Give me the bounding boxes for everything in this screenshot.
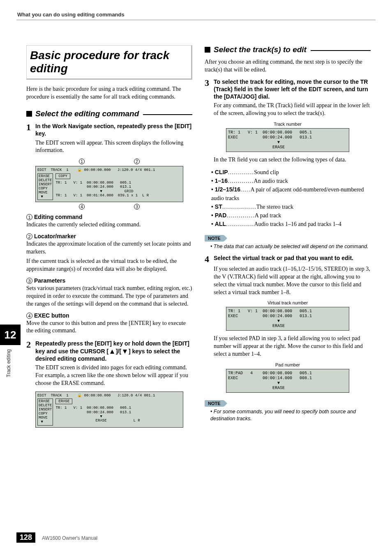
step-4: 4 Select the virtual track or pad that y…: [205, 254, 371, 264]
list-item: CLIP.............Sound clip: [211, 168, 371, 177]
step-number: 1: [26, 123, 35, 132]
legend-1-body: Indicates the currently selected editing…: [26, 221, 192, 229]
lcd-title: EDIT TRACK 1 🔒 00:00:00.000 J:120.0 4/4 …: [37, 394, 181, 398]
legend-2-body2: If the current track is selected as the …: [26, 258, 192, 273]
header-rule: [16, 20, 376, 20]
step-body: The EDIT screen will appear. This screen…: [35, 139, 192, 155]
running-header: What you can do using editing commands: [17, 12, 125, 18]
step-title: In the Work Navigate section, repeatedly…: [35, 122, 192, 137]
intro-paragraph: Here is the basic procedure for using a …: [26, 85, 192, 101]
footer-text: AW1600 Owner's Manual: [42, 535, 97, 541]
chapter-number-tab: 12: [0, 325, 21, 345]
callout-4-icon: 4: [79, 204, 85, 210]
intro2: After you choose an editing command, the…: [205, 58, 371, 74]
fig5-caption: Pad number: [205, 362, 371, 367]
chapter-label: Track editing: [6, 349, 12, 377]
rule-line: [311, 50, 371, 51]
callout-2-icon: 2: [134, 159, 140, 164]
step-title: To select the track for editing, move th…: [214, 78, 371, 101]
list-item: PAD..............A pad track: [211, 211, 371, 220]
lcd-command: ERASE: [55, 398, 72, 404]
list-item: 1/2–15/16.....A pair of adjacent odd-num…: [211, 185, 371, 203]
step-body: If you selected an audio track (1–16,1/2…: [214, 265, 371, 297]
after-fig3: In the TR field you can select the follo…: [214, 156, 371, 164]
step-3: 3 To select the track for editing, move …: [205, 78, 371, 101]
figure1-lcd: EDIT TRACK 1 🔒 00:00:00.000 J:120.0 4/4 …: [35, 166, 183, 202]
step-2: 2 Repeatedly press the [EDIT] key or hol…: [26, 340, 192, 362]
figure3-lcd: TR: 1 V: 1 00:00:08.000 005.1 EXEC 00:00…: [226, 128, 349, 152]
lcd-command: COPY: [55, 173, 70, 179]
legend-4: 4EXEC button: [26, 312, 192, 319]
list-item: ST.................The stereo track: [211, 203, 371, 211]
left-column: Basic procedure for track editing Here i…: [26, 45, 192, 429]
lcd-menu: ERASE DELETE INSERT COPY MOVE ▼: [37, 173, 53, 200]
figure1-top-callouts: 1 2: [26, 159, 192, 164]
step-title: Repeatedly press the [EDIT] key or hold …: [35, 340, 192, 362]
step-body: For any command, the TR (Track) field wi…: [214, 102, 371, 117]
cursor-up-icon: [110, 350, 114, 354]
callout-3-icon: 3: [134, 204, 140, 210]
step-number: 4: [205, 255, 214, 264]
lcd-params: TR: 1 V: 1 00:00:08.000 005.1 00:00:24.0…: [55, 181, 181, 198]
lcd-params: TR: 1 V: 1 00:00:08.000 005.1 00:00:24.0…: [55, 406, 181, 423]
step-body: The EDIT screen is divided into pages fo…: [35, 364, 192, 387]
figure5-lcd: TR:PAD 4 00:00:08.000 005.1 EXEC 00:00:1…: [226, 369, 349, 393]
note-body: • For some commands, you will need to sp…: [210, 408, 371, 422]
lcd-title: EDIT TRACK 1 🔒 00:00:00.000 J:120.0 4/4 …: [37, 168, 181, 173]
legend-3: 3Parameters: [26, 277, 192, 284]
subheading-text: Select the editing command: [35, 109, 139, 118]
list-item: 1–16.............An audio track: [211, 177, 371, 185]
footer: 128 AW1600 Owner's Manual: [16, 532, 97, 543]
step-title: Select the virtual track or pad that you…: [214, 254, 353, 262]
legend-1: 1Editing command: [26, 214, 192, 220]
after-fig4: If you selected PAD in step 3, a field a…: [214, 335, 371, 358]
legend-2: 2Locator/marker: [26, 233, 192, 240]
figure4-lcd: TR: 1 V: 1 00:00:08.000 005.1 EXEC 00:00…: [226, 307, 349, 331]
tr-field-types: CLIP.............Sound clip 1–16........…: [211, 168, 371, 228]
right-column: Select the track(s) to edit After you ch…: [205, 45, 371, 429]
square-bullet-icon: [26, 111, 32, 117]
legend-4-body: Move the cursor to this button and press…: [26, 320, 192, 335]
lcd-menu: ERASE DELETE INSERT COPY MOVE ▼: [37, 398, 53, 425]
legend-2-body1: Indicates the approximate location of th…: [26, 240, 192, 256]
legend-3-body: Sets various parameters (track/virtual t…: [26, 285, 192, 308]
fig3-caption: Track number: [205, 122, 371, 127]
step-number: 2: [26, 340, 35, 349]
figure2-lcd: EDIT TRACK 1 🔒 00:00:00.000 J:120.0 4/4 …: [35, 391, 183, 428]
callout-1-icon: 1: [79, 159, 85, 164]
square-bullet-icon: [205, 47, 210, 53]
subheading-text: Select the track(s) to edit: [214, 45, 307, 54]
list-item: ALL..............Audio tracks 1–16 and p…: [211, 220, 371, 228]
page-number: 128: [16, 532, 35, 543]
step-number: 3: [205, 78, 214, 88]
note-body: • The data that can actually be selected…: [210, 243, 371, 250]
note-tag: NOTE: [205, 400, 224, 407]
subheading-select-track: Select the track(s) to edit: [205, 45, 371, 54]
cursor-down-icon: [123, 350, 127, 354]
note-tag: NOTE: [205, 235, 224, 242]
step-1: 1 In the Work Navigate section, repeated…: [26, 122, 192, 137]
fig4-caption: Virtual track number: [205, 300, 371, 305]
figure1-bottom-callouts: 4 3: [26, 204, 192, 210]
section-title: Basic procedure for track editing: [26, 45, 192, 80]
subheading-select-command: Select the editing command: [26, 109, 192, 118]
rule-line: [143, 114, 192, 115]
